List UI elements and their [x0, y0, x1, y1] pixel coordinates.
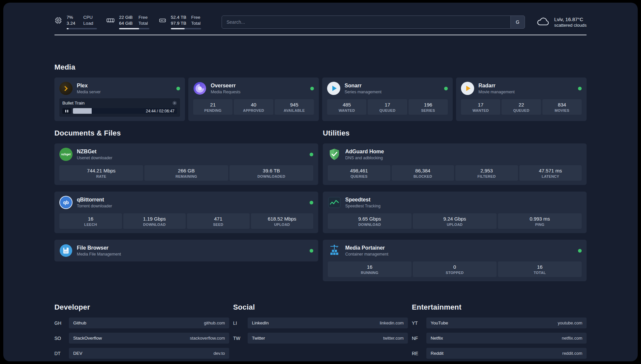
bookmark-name: Reddit: [431, 351, 443, 356]
nzbget-icon: nzbget: [59, 148, 73, 161]
section-title-social: Social: [233, 303, 408, 312]
section-title-media: Media: [54, 63, 587, 72]
stat-tile: 485 WANTED: [327, 99, 366, 115]
bookmark-link-twitter[interactable]: Twitter twitter.com: [248, 333, 408, 344]
weather-widget: Lviv, 16.87°C scattered clouds: [536, 16, 587, 28]
disk-free-label: Free: [191, 15, 201, 20]
app-card-nzbget[interactable]: nzbget NZBGet Usenet downloader 744.21 M…: [54, 143, 318, 185]
app-card-speedtest[interactable]: Speedtest Speedtest Tracking 9.65 Gbps D…: [323, 192, 587, 233]
status-online-dot: [310, 153, 313, 156]
section-title-utilities: Utilities: [323, 129, 587, 137]
bookmark-section-entertainment: Entertainment YT YouTube youtube.com NF …: [412, 303, 587, 359]
bookmark-link-dev[interactable]: DEV dev.to: [69, 348, 229, 359]
app-card-adguard[interactable]: AdGuard Home DNS and adblocking 498,461 …: [323, 143, 587, 185]
stat-value: 1.19 Gbps: [125, 216, 185, 222]
bookmark-name: LinkedIn: [252, 320, 269, 325]
disk-usage-bar: [171, 28, 201, 29]
bookmark-dev: DT DEV dev.to: [54, 348, 229, 359]
app-card-filebrowser[interactable]: File Browser Media File Management: [54, 240, 318, 261]
app-name: Sonarr: [345, 82, 382, 89]
app-subtitle: Usenet downloader: [77, 156, 112, 161]
stat-value: 9.24 Gbps: [414, 216, 495, 222]
ram-total-label: Total: [138, 20, 149, 26]
app-subtitle: Movie management: [478, 90, 515, 95]
app-card-portainer[interactable]: Media Portainer Container management 16 …: [323, 240, 587, 281]
app-subtitle: Media Requests: [211, 90, 240, 95]
app-subtitle: Container management: [345, 252, 388, 257]
disk-free-value: 52.4 TB: [171, 15, 187, 20]
stat-tile: 618.52 Mbps UPLOAD: [251, 213, 314, 229]
app-card-overseerr[interactable]: Overseerr Media Requests 21 PENDING 40 A…: [188, 77, 319, 121]
stat-label: LATENCY: [521, 174, 581, 178]
playback-progress-bar[interactable]: 24:44 / 02:06:47: [73, 108, 177, 114]
stat-label: RUNNING: [329, 271, 410, 275]
bookmark-abbr: TW: [233, 336, 243, 341]
bookmark-link-linkedin[interactable]: LinkedIn linkedin.com: [248, 318, 408, 328]
adguard-icon: [328, 148, 341, 161]
app-name: Media Portainer: [345, 245, 388, 251]
disk-icon: [159, 16, 167, 24]
app-name: NZBGet: [77, 148, 112, 155]
stat-tile: 744.21 Mbps RATE: [59, 165, 143, 181]
search-input[interactable]: [222, 15, 525, 29]
stat-label: TOTAL: [499, 271, 580, 275]
app-name: Plex: [77, 82, 101, 89]
bookmark-abbr: NF: [412, 336, 422, 341]
stat-label: WANTED: [462, 108, 499, 112]
status-online-dot: [578, 87, 582, 90]
stat-tile: 86,384 BLOCKED: [392, 165, 454, 181]
app-name: qBittorrent: [77, 197, 112, 203]
bookmark-link-reddit[interactable]: Reddit reddit.com: [426, 348, 587, 359]
chip-icon: [54, 16, 62, 24]
stat-value: 17: [462, 102, 499, 108]
bookmark-url: linkedin.com: [380, 320, 404, 325]
radarr-icon: [461, 82, 474, 95]
app-card-qbittorrent[interactable]: qb qBittorrent Torrent downloader 16 LEE…: [54, 192, 318, 233]
gear-icon[interactable]: [172, 101, 177, 106]
bookmark-link-stackoverflow[interactable]: StackOverflow stackoverflow.com: [69, 333, 229, 344]
bookmark-reddit: RE Reddit reddit.com: [412, 348, 587, 359]
stat-value: 21: [195, 102, 231, 108]
dashboard-panel: 7% CPU 3.24 Load 22 GiB Free 64 GiB Tota…: [3, 3, 638, 361]
stat-tile: 9.65 Gbps DOWNLOAD: [328, 213, 412, 229]
app-card-sonarr[interactable]: Sonarr Series management 485 WANTED 17 Q…: [322, 77, 453, 121]
ram-icon: [106, 16, 115, 24]
bookmark-link-youtube[interactable]: YouTube youtube.com: [426, 318, 587, 328]
bookmark-link-netflix[interactable]: Netflix netflix.com: [426, 333, 587, 344]
bookmark-github: GH Github github.com: [54, 318, 229, 328]
cpu-label-bottom: Load: [83, 20, 97, 26]
app-name: File Browser: [77, 245, 121, 251]
stat-tile: 945 AVAILABLE: [275, 99, 314, 115]
search-engine-button[interactable]: G: [510, 15, 525, 29]
bookmark-section-developer: Developer GH Github github.com SO StackO…: [54, 303, 229, 359]
section-title-documents: Documents & Files: [54, 129, 318, 137]
bookmark-link-github[interactable]: Github github.com: [69, 318, 229, 328]
bookmark-name: DEV: [73, 351, 82, 356]
stat-tile: 47.571 ms LATENCY: [519, 165, 582, 181]
cpu-label-top: CPU: [83, 15, 97, 20]
stat-value: 266 GB: [146, 168, 227, 174]
status-online-dot: [444, 87, 448, 90]
bookmark-stackoverflow: SO StackOverflow stackoverflow.com: [54, 333, 229, 344]
stat-value: 2,953: [457, 168, 517, 174]
stat-label: SERIES: [410, 108, 446, 112]
stat-label: MOVIES: [544, 108, 580, 112]
stat-label: RATE: [61, 174, 142, 178]
bookmark-url: github.com: [204, 320, 225, 325]
cpu-load-value: 3.24: [67, 20, 79, 26]
stat-value: 196: [410, 102, 446, 108]
app-card-plex[interactable]: Plex Media server Bullet Train: [54, 77, 185, 121]
section-title-developer: Developer: [54, 303, 229, 312]
stat-value: 744.21 Mbps: [61, 168, 142, 174]
ram-widget: 22 GiB Free 64 GiB Total: [106, 15, 149, 29]
bookmark-twitter: TW Twitter twitter.com: [233, 333, 408, 344]
status-online-dot: [310, 87, 314, 90]
stat-value: 834: [544, 102, 580, 108]
app-name: AdGuard Home: [345, 148, 384, 155]
app-card-radarr[interactable]: Radarr Movie management 17 WANTED 22 QUE…: [456, 77, 587, 121]
stat-label: BLOCKED: [393, 174, 453, 178]
stat-label: PING: [499, 223, 580, 227]
pause-button[interactable]: [62, 108, 71, 114]
stat-tile: 471 SEED: [187, 213, 250, 229]
ram-usage-bar: [119, 28, 149, 29]
